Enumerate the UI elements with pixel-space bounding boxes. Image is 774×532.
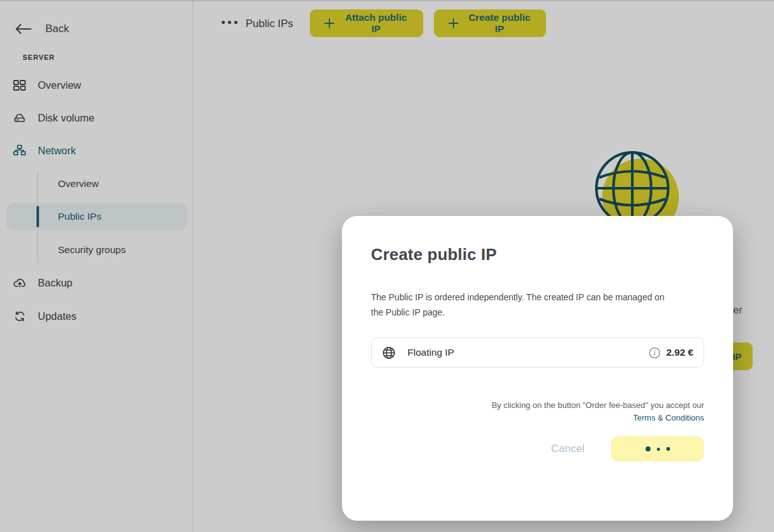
app-root: Back SERVER Overview Disk volume bbox=[0, 0, 774, 532]
ip-type-label: Floating IP bbox=[407, 347, 454, 358]
loading-dot bbox=[666, 447, 670, 451]
order-submit-button-loading[interactable] bbox=[611, 436, 704, 461]
loading-dot bbox=[646, 446, 651, 451]
terms-text: By clicking on the button "Order fee-bas… bbox=[371, 399, 704, 424]
cancel-button[interactable]: Cancel bbox=[551, 443, 584, 455]
info-icon[interactable] bbox=[649, 347, 661, 359]
ip-type-select[interactable]: Floating IP 2.92 € bbox=[371, 337, 704, 368]
loading-dot bbox=[657, 448, 660, 451]
ip-price: 2.92 € bbox=[666, 347, 693, 358]
create-public-ip-modal: Create public IP The Public IP is ordere… bbox=[342, 216, 733, 521]
modal-title: Create public IP bbox=[371, 245, 704, 264]
modal-actions: Cancel bbox=[371, 436, 704, 461]
modal-description: The Public IP is ordered independently. … bbox=[371, 290, 672, 320]
globe-icon bbox=[382, 346, 396, 360]
terms-link[interactable]: Terms & Conditions bbox=[633, 413, 704, 422]
